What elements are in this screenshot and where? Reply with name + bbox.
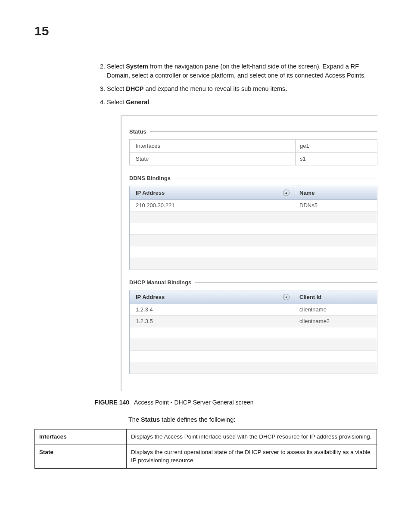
- text: Select: [107, 85, 126, 92]
- def-term: Interfaces: [35, 429, 127, 445]
- text: and expand the menu to reveal its sub me…: [143, 85, 285, 92]
- text: table defines the following:: [160, 416, 235, 423]
- sort-asc-icon[interactable]: ▲: [283, 294, 290, 300]
- table-row[interactable]: [130, 362, 377, 374]
- cell: [295, 223, 377, 234]
- status-table: Interfaces ge1 State s1: [129, 139, 377, 165]
- table-row[interactable]: 1.2.3.4clientname: [130, 304, 377, 316]
- column-label: IP Address: [136, 294, 165, 300]
- status-row: State s1: [130, 152, 377, 165]
- ddns-label: DDNS Bindings: [129, 175, 171, 181]
- def-desc: Displays the current operational state o…: [127, 445, 377, 468]
- cell: [130, 339, 295, 350]
- dhcp-general-screenshot: Status Interfaces ge1 State s1 DDNS Bind…: [121, 115, 377, 391]
- system-keyword: System: [126, 63, 148, 70]
- text: Select: [107, 63, 126, 70]
- cell: [130, 246, 295, 258]
- step-3: Select DHCP and expand the menu to revea…: [107, 84, 377, 93]
- cell: clientname2: [295, 316, 377, 327]
- status-label: Status: [129, 128, 146, 135]
- cell: [130, 327, 295, 339]
- manual-heading: DHCP Manual Bindings: [129, 279, 377, 286]
- cell: 1.2.3.5: [130, 316, 295, 327]
- table-row[interactable]: [130, 223, 377, 235]
- chapter-number: 15: [34, 24, 377, 38]
- cell: [295, 351, 377, 362]
- table-row[interactable]: 1.2.3.5clientname2: [130, 316, 377, 327]
- step-4: Select General.: [107, 98, 377, 107]
- table-row[interactable]: [130, 258, 377, 270]
- definition-table: Interfaces Displays the Access Point int…: [34, 429, 377, 469]
- table-row[interactable]: [130, 327, 377, 339]
- status-heading: Status: [129, 128, 377, 135]
- paragraph: The Status table defines the following:: [128, 416, 377, 423]
- table-row[interactable]: [130, 235, 377, 246]
- text: The: [128, 416, 141, 423]
- status-row-label: State: [130, 152, 296, 165]
- cell: [130, 235, 295, 246]
- cell: [130, 223, 295, 234]
- table-row[interactable]: 210.200.20.221DDNs5: [130, 200, 377, 212]
- table-row[interactable]: [130, 212, 377, 223]
- name-column-header[interactable]: Name: [295, 186, 377, 199]
- figure-caption: FIGURE 140 Access Point - DHCP Server Ge…: [95, 399, 377, 406]
- def-desc: Displays the Access Point interface used…: [127, 429, 377, 445]
- cell: [130, 212, 295, 223]
- text: .: [149, 99, 151, 106]
- ddns-table-header[interactable]: IP Address ▲ Name: [130, 186, 377, 200]
- client-id-column-header[interactable]: Client Id: [295, 290, 377, 304]
- status-row-value: s1: [296, 152, 377, 165]
- def-row: Interfaces Displays the Access Point int…: [35, 429, 377, 445]
- ddns-table: IP Address ▲ Name 210.200.20.221DDNs5: [129, 186, 377, 270]
- step-list: Select System from the navigation pane (…: [95, 62, 377, 107]
- manual-table-header[interactable]: IP Address ▲ Client Id: [130, 290, 377, 304]
- ip-address-column-header[interactable]: IP Address ▲: [130, 290, 295, 304]
- manual-table: IP Address ▲ Client Id 1.2.3.4clientname…: [129, 290, 377, 374]
- table-row[interactable]: [130, 339, 377, 351]
- ip-address-column-header[interactable]: IP Address ▲: [130, 186, 295, 199]
- status-row-value: ge1: [296, 140, 377, 152]
- dhcp-keyword: DHCP: [126, 85, 143, 92]
- rule: [174, 178, 377, 178]
- cell: [295, 235, 377, 246]
- rule: [150, 131, 377, 132]
- cell: 210.200.20.221: [130, 200, 295, 211]
- cell: 1.2.3.4: [130, 304, 295, 315]
- step-2: Select System from the navigation pane (…: [107, 62, 377, 80]
- table-row[interactable]: [130, 351, 377, 362]
- cell: [295, 258, 377, 269]
- def-row: State Displays the current operational s…: [35, 445, 377, 468]
- cell: [295, 339, 377, 350]
- sort-asc-icon[interactable]: ▲: [283, 190, 290, 196]
- cell: [130, 362, 295, 373]
- column-label: IP Address: [136, 190, 165, 196]
- rule: [195, 282, 377, 283]
- cell: [130, 258, 295, 269]
- cell: [295, 246, 377, 258]
- period: .: [285, 85, 287, 92]
- figure-number: FIGURE 140: [95, 399, 129, 406]
- ddns-heading: DDNS Bindings: [129, 175, 377, 181]
- text: Select: [107, 99, 126, 106]
- cell: clientname: [295, 304, 377, 315]
- status-row-label: Interfaces: [130, 140, 296, 152]
- status-keyword: Status: [141, 416, 160, 423]
- manual-label: DHCP Manual Bindings: [129, 279, 191, 286]
- cell: [130, 351, 295, 362]
- cell: [295, 362, 377, 373]
- cell: DDNs5: [295, 200, 377, 211]
- figure-title: Access Point - DHCP Server General scree…: [134, 399, 254, 406]
- general-keyword: General: [126, 99, 149, 106]
- cell: [295, 212, 377, 223]
- table-row[interactable]: [130, 246, 377, 258]
- def-term: State: [35, 445, 127, 468]
- status-row: Interfaces ge1: [130, 140, 377, 152]
- cell: [295, 327, 377, 339]
